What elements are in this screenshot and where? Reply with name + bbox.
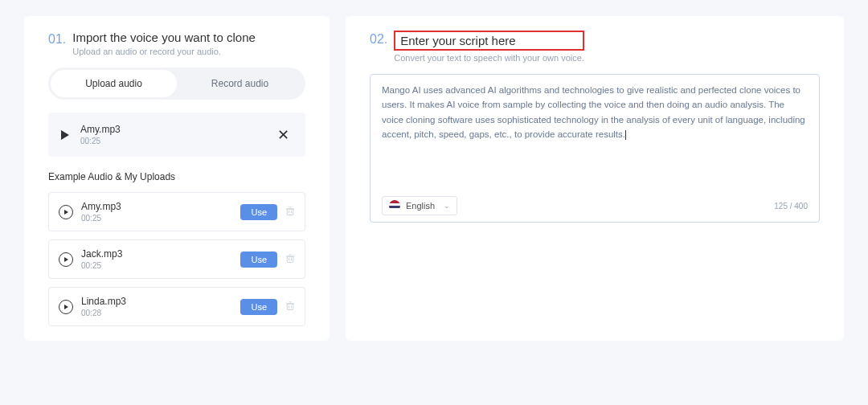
use-button[interactable]: Use xyxy=(240,204,277,220)
script-textarea[interactable]: Mango AI uses advanced AI algorithms and… xyxy=(382,83,808,186)
step1-number: 01. xyxy=(48,32,66,47)
use-button[interactable]: Use xyxy=(240,252,277,268)
audio-item-name: Linda.mp3 xyxy=(81,296,126,307)
trash-icon[interactable] xyxy=(285,300,295,314)
audio-item-duration: 00:28 xyxy=(81,309,126,317)
step2-panel: 02. Enter your script here Convert your … xyxy=(346,16,844,341)
trash-icon[interactable] xyxy=(285,205,295,219)
current-audio-name: Amy.mp3 xyxy=(80,124,121,135)
close-icon[interactable]: ✕ xyxy=(274,126,293,144)
play-circle-icon[interactable] xyxy=(59,300,73,314)
language-name: English xyxy=(406,201,435,211)
audio-item-duration: 00:25 xyxy=(81,214,121,223)
list-item: Amy.mp3 00:25 Use xyxy=(48,192,305,231)
step2-title: Enter your script here xyxy=(400,34,578,47)
upload-audio-tab[interactable]: Upload audio xyxy=(51,70,177,97)
play-icon[interactable] xyxy=(61,130,69,140)
trash-icon[interactable] xyxy=(285,252,295,267)
uploads-section-label: Example Audio & My Uploads xyxy=(48,171,305,182)
list-item: Jack.mp3 00:25 Use xyxy=(48,239,305,279)
step2-header: 02. Enter your script here Convert your … xyxy=(370,31,820,63)
chevron-down-icon: ⌄ xyxy=(444,202,450,210)
character-count: 125 / 400 xyxy=(774,202,808,211)
audio-item-duration: 00:25 xyxy=(81,261,122,270)
play-circle-icon[interactable] xyxy=(59,205,73,219)
text-cursor xyxy=(625,130,626,140)
step2-subtitle: Convert your text to speech with your ow… xyxy=(394,53,584,63)
list-item: Linda.mp3 00:28 Use xyxy=(48,287,305,326)
highlighted-title-box: Enter your script here xyxy=(394,31,584,51)
language-select[interactable]: English ⌄ xyxy=(382,196,457,215)
audio-list: Amy.mp3 00:25 Use Jack.mp3 00:25 Use xyxy=(48,192,305,326)
step1-subtitle: Upload an audio or record your audio. xyxy=(72,47,256,56)
step2-number: 02. xyxy=(370,32,387,47)
record-audio-tab[interactable]: Record audio xyxy=(177,70,303,97)
audio-item-name: Amy.mp3 xyxy=(81,201,121,212)
audio-item-name: Jack.mp3 xyxy=(81,248,122,260)
use-button[interactable]: Use xyxy=(240,299,277,315)
script-input-box: Mango AI uses advanced AI algorithms and… xyxy=(370,74,820,223)
step1-panel: 01. Import the voice you want to clone U… xyxy=(24,16,330,341)
current-uploaded-audio: Amy.mp3 00:25 ✕ xyxy=(48,112,305,157)
svg-rect-10 xyxy=(287,304,293,310)
svg-rect-0 xyxy=(287,209,293,215)
current-audio-duration: 00:25 xyxy=(80,137,121,145)
step1-title: Import the voice you want to clone xyxy=(72,31,256,44)
step1-header: 01. Import the voice you want to clone U… xyxy=(48,31,305,56)
audio-input-tabs: Upload audio Record audio xyxy=(48,68,305,100)
play-circle-icon[interactable] xyxy=(59,252,73,267)
us-flag-icon xyxy=(389,200,400,211)
svg-rect-5 xyxy=(287,256,293,263)
script-footer: English ⌄ 125 / 400 xyxy=(382,191,808,215)
